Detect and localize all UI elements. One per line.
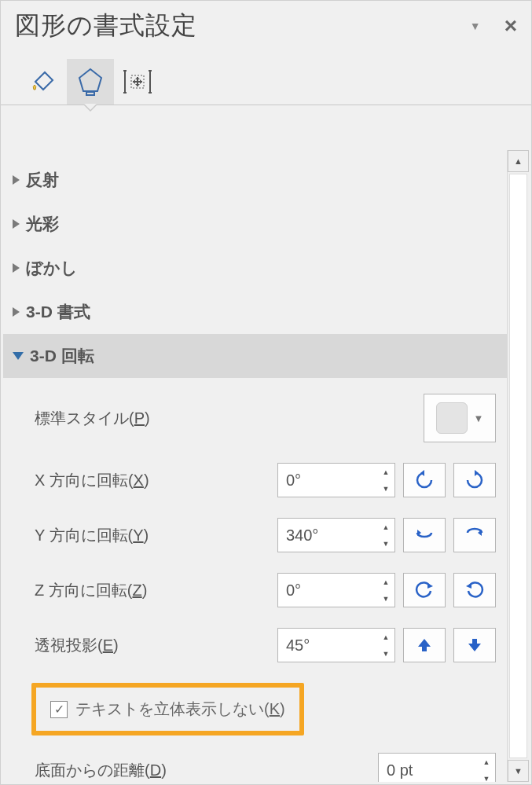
svg-marker-13 (135, 77, 140, 79)
spin: ▲ ▼ (478, 754, 495, 782)
z-rotation-input[interactable]: 0° ▲ ▼ (277, 573, 395, 607)
spin-up[interactable]: ▲ (377, 574, 394, 590)
rotate-left-icon (414, 470, 435, 490)
t: ) (144, 471, 149, 489)
distance-input[interactable]: 0 pt ▲ ▼ (378, 753, 496, 782)
pentagon-icon (76, 66, 105, 97)
flat-text-checkbox[interactable]: ✓ (50, 701, 68, 718)
spin-down[interactable]: ▼ (478, 770, 495, 782)
scroll-area: 反射 光彩 ぼかし 3-D 書式 3-D 回転 標準スタ (3, 150, 529, 782)
row-preset: 標準スタイル(P) ▼ (35, 394, 496, 442)
pane-title: 図形の書式設定 (15, 9, 197, 43)
perspective-value: 45° (278, 636, 377, 655)
format-shape-pane: 図形の書式設定 ▼ × (0, 0, 532, 785)
svg-marker-15 (420, 470, 424, 476)
t: Y (133, 526, 143, 544)
section-blur[interactable]: ぼかし (3, 246, 507, 290)
svg-marker-20 (466, 583, 471, 589)
flat-text-row: ✓ テキストを立体表示しない(K) (31, 683, 304, 735)
rotate-cw-icon (464, 580, 485, 600)
tab-fill-line[interactable] (20, 59, 67, 105)
perspective-down-button[interactable] (453, 628, 496, 662)
t: Y 方向に回転( (35, 526, 133, 544)
t: P (134, 409, 145, 427)
rotate-y-down-button[interactable] (403, 518, 446, 552)
spin: ▲ ▼ (377, 519, 394, 552)
spin-down[interactable]: ▼ (377, 590, 394, 607)
t: ) (145, 409, 150, 427)
spin-up[interactable]: ▲ (377, 519, 394, 535)
section-glow[interactable]: 光彩 (3, 202, 507, 246)
spin-down[interactable]: ▼ (377, 480, 394, 497)
pane-menu-dropdown[interactable]: ▼ (470, 20, 481, 32)
rotation-body: 標準スタイル(P) ▼ X 方向に回転(X) 0° ▲ (3, 378, 507, 782)
scroll-track[interactable] (509, 174, 527, 758)
vertical-scrollbar[interactable]: ▲ ▼ (507, 150, 529, 782)
x-rotation-input[interactable]: 0° ▲ ▼ (277, 463, 395, 497)
section-3d-rotation[interactable]: 3-D 回転 (3, 334, 507, 378)
section-3d-format[interactable]: 3-D 書式 (3, 290, 507, 334)
row-y-rotation: Y 方向に回転(Y) 340° ▲ ▼ (35, 518, 496, 552)
pane-header: 図形の書式設定 ▼ × (1, 1, 531, 43)
t: ) (144, 526, 149, 544)
svg-marker-21 (418, 639, 431, 651)
tab-effects[interactable] (67, 59, 114, 105)
z-value: 0° (278, 581, 377, 600)
t: K (270, 700, 280, 717)
t: Z (132, 581, 141, 599)
t: ) (142, 581, 148, 599)
arrow-down-icon (466, 636, 483, 654)
spin-up[interactable]: ▲ (377, 464, 394, 480)
section-label: ぼかし (26, 257, 78, 279)
close-icon[interactable]: × (504, 13, 517, 39)
spin-down[interactable]: ▼ (377, 645, 394, 662)
svg-marker-22 (468, 639, 481, 651)
rotate-x-right-button[interactable] (453, 463, 496, 497)
y-label: Y 方向に回転(Y) (35, 525, 277, 546)
header-controls: ▼ × (470, 13, 517, 39)
svg-marker-16 (475, 470, 479, 476)
y-value: 340° (278, 526, 377, 545)
t: ) (161, 761, 167, 779)
scroll-up-button[interactable]: ▲ (508, 150, 529, 172)
t: ) (280, 700, 285, 717)
rotate-ccw-icon (414, 580, 435, 600)
spin-up[interactable]: ▲ (478, 754, 495, 770)
svg-marker-12 (140, 79, 142, 84)
rotate-down-icon (414, 525, 435, 545)
tab-size-properties[interactable] (114, 59, 161, 105)
row-distance: 底面からの距離(D) 0 pt ▲ ▼ (35, 753, 496, 782)
svg-marker-14 (135, 84, 140, 86)
expand-icon (13, 175, 20, 185)
spin-up[interactable]: ▲ (377, 629, 394, 645)
y-rotation-input[interactable]: 340° ▲ ▼ (277, 518, 395, 552)
section-reflection[interactable]: 反射 (3, 158, 507, 202)
t: E (103, 636, 113, 654)
t: ) (113, 636, 119, 654)
preset-style-dropdown[interactable]: ▼ (424, 394, 496, 442)
svg-marker-11 (133, 79, 135, 84)
spin-down[interactable]: ▼ (377, 535, 394, 552)
spin: ▲ ▼ (377, 574, 394, 607)
rotate-z-cw-button[interactable] (453, 573, 496, 607)
rotate-z-ccw-button[interactable] (403, 573, 446, 607)
rotate-right-icon (464, 470, 485, 490)
t: X (134, 471, 144, 489)
perspective-up-button[interactable] (403, 628, 446, 662)
rotate-y-up-button[interactable] (453, 518, 496, 552)
section-label: 3-D 書式 (26, 301, 90, 323)
rotate-up-icon (464, 525, 485, 545)
size-icon (122, 68, 153, 96)
perspective-input[interactable]: 45° ▲ ▼ (277, 628, 395, 662)
paint-bucket-icon (29, 68, 57, 96)
t: Z 方向に回転( (35, 581, 132, 599)
rotate-x-left-button[interactable] (403, 463, 446, 497)
expand-icon (13, 219, 20, 229)
x-value: 0° (278, 471, 377, 490)
scroll-down-button[interactable]: ▼ (508, 760, 529, 782)
expand-icon (13, 263, 20, 273)
t: 標準スタイル( (35, 409, 134, 427)
row-x-rotation: X 方向に回転(X) 0° ▲ ▼ (35, 463, 496, 497)
t: X 方向に回転( (35, 471, 134, 489)
t: 底面からの距離( (35, 761, 150, 779)
